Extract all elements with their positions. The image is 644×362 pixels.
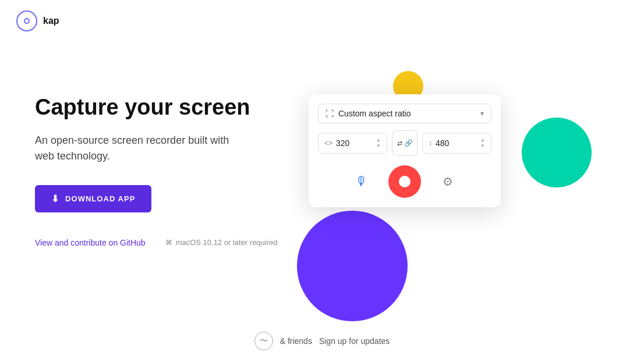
gear-icon: ⚙: [443, 175, 453, 189]
height-value: 480: [436, 139, 449, 148]
download-button-label: DOWNLOAD APP: [65, 194, 135, 203]
logo-icon: [16, 10, 37, 31]
footer-friends-text: & friends: [280, 336, 312, 346]
aspect-ratio-icon: ⛶: [325, 109, 334, 118]
macos-req-text: macOS 10.12 or later required: [176, 238, 278, 247]
swap-button[interactable]: ⇄ 🔗: [392, 130, 417, 156]
width-icon: <>: [324, 139, 332, 147]
footer: 〜 & friends Sign up for updates: [0, 332, 644, 350]
aspect-ratio-label: Custom aspect ratio: [338, 109, 476, 118]
swap-icon: ⇄: [397, 140, 402, 147]
left-section: Capture your screen An open-source scree…: [35, 59, 279, 247]
links-row: View and contribute on GitHub ⌘ macOS 10…: [35, 225, 279, 247]
subheadline: An open-source screen recorder built wit…: [35, 133, 245, 164]
microphone-icon: 🎙: [355, 174, 368, 189]
height-up-arrow[interactable]: ▲: [480, 138, 485, 143]
purple-circle: [297, 211, 408, 321]
width-value: 320: [336, 139, 349, 148]
header: kap: [0, 0, 644, 42]
height-down-arrow[interactable]: ▼: [480, 144, 485, 148]
signup-link[interactable]: Sign up for updates: [319, 336, 390, 346]
width-up-arrow[interactable]: ▲: [376, 138, 381, 143]
green-circle: [522, 118, 592, 187]
settings-button[interactable]: ⚙: [435, 169, 461, 194]
width-steppers[interactable]: ▲ ▼: [376, 138, 381, 148]
footer-logo: 〜: [254, 332, 273, 350]
github-link[interactable]: View and contribute on GitHub: [35, 238, 146, 247]
width-down-arrow[interactable]: ▼: [376, 144, 381, 148]
aspect-ratio-row[interactable]: ⛶ Custom aspect ratio ▾: [318, 104, 491, 123]
link-icon: 🔗: [404, 139, 413, 147]
record-button[interactable]: [388, 165, 421, 198]
main-content: Capture your screen An open-source scree…: [0, 42, 644, 362]
chevron-down-icon: ▾: [480, 109, 484, 118]
macos-requirement: ⌘ macOS 10.12 or later required: [165, 238, 278, 247]
dimensions-row: <> 320 ▲ ▼ ⇄ 🔗 ↕ 480 ▲: [318, 130, 491, 156]
download-button[interactable]: ⬇ DOWNLOAD APP: [35, 185, 151, 212]
apple-icon: ⌘: [165, 239, 172, 247]
record-button-inner: [399, 176, 411, 187]
logo-text: kap: [43, 16, 59, 26]
width-input-container[interactable]: <> 320 ▲ ▼: [318, 133, 387, 154]
microphone-button[interactable]: 🎙: [349, 169, 374, 194]
right-section: ⛶ Custom aspect ratio ▾ <> 320 ▲ ▼ ⇄: [279, 59, 609, 339]
height-icon: ↕: [429, 139, 432, 147]
height-steppers[interactable]: ▲ ▼: [480, 138, 485, 148]
app-card: ⛶ Custom aspect ratio ▾ <> 320 ▲ ▼ ⇄: [309, 94, 501, 207]
headline: Capture your screen: [35, 94, 279, 121]
wave-icon: 〜: [260, 336, 268, 346]
action-bar: 🎙 ⚙: [318, 165, 491, 198]
height-input-container[interactable]: ↕ 480 ▲ ▼: [422, 133, 491, 154]
download-icon: ⬇: [51, 193, 59, 204]
